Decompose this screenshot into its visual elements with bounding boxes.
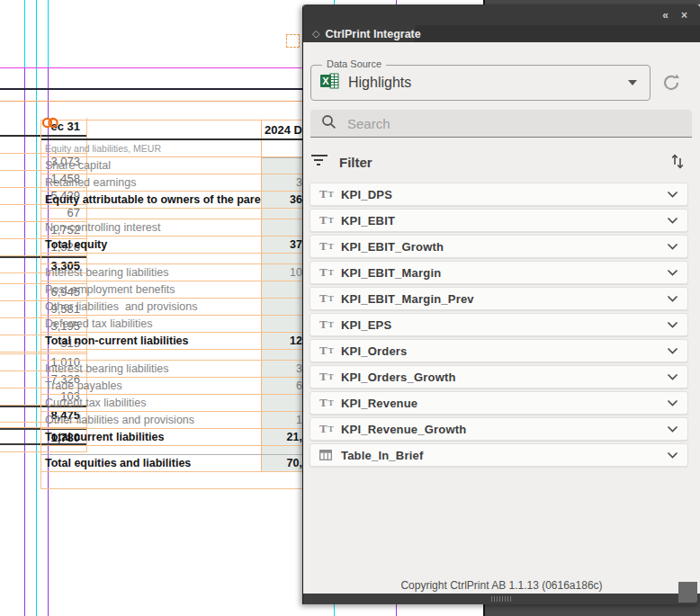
kpi-list-item[interactable]: TT KPI_EBIT_Growth: [310, 235, 688, 258]
kpi-item-label: KPI_EPS: [341, 318, 667, 332]
guide-vertical-cyan[interactable]: [24, 0, 25, 68]
chevron-down-icon[interactable]: [667, 269, 678, 276]
row-label: Post-employment benefits: [41, 281, 262, 298]
panel-titlebar[interactable]: « ×: [303, 4, 700, 25]
table-row: Interest bearing liabilities10: [41, 264, 311, 281]
guide-vertical-cyan[interactable]: [48, 0, 49, 68]
data-source-select[interactable]: Data Source X Highlights: [310, 65, 651, 101]
row-label: Deferred tax liabilities: [41, 316, 262, 332]
kpi-item-label: KPI_EBIT_Growth: [341, 240, 667, 254]
kpi-item-label: KPI_EBIT_Margin: [341, 266, 667, 280]
data-source-value: Highlights: [348, 75, 628, 91]
row-label: Retained earnings: [41, 174, 262, 191]
kpi-item-label: KPI_Revenue_Growth: [341, 423, 667, 436]
panel-footer-bar: [303, 594, 700, 604]
close-panel-icon[interactable]: ×: [681, 10, 687, 21]
pasteboard-bottom: [485, 604, 700, 616]
row-label: Non-controlling interest: [41, 219, 262, 236]
chevron-down-icon[interactable]: [667, 399, 678, 406]
kpi-item-label: KPI_Revenue: [341, 397, 667, 410]
caret-down-icon[interactable]: [628, 80, 637, 85]
kpi-list-item[interactable]: TT KPI_DPS: [310, 183, 688, 206]
chevron-down-icon[interactable]: [667, 425, 678, 433]
table-section-row: Equity and liabilities, MEUR: [41, 140, 311, 157]
text-variable-icon: TT: [319, 344, 341, 358]
kpi-list-item[interactable]: TT KPI_EPS: [310, 313, 688, 336]
row-label: Other liabilities and provisions: [41, 299, 262, 315]
table-row: Interest bearing liabilities3: [41, 361, 311, 378]
text-variable-icon: TT: [319, 187, 341, 201]
kpi-list-item[interactable]: TT KPI_Revenue: [310, 391, 688, 415]
table-icon: [319, 450, 341, 460]
table-row: Equity attributable to owners of the par…: [41, 192, 311, 209]
kpi-list-item[interactable]: TT KPI_Orders_Growth: [310, 365, 688, 388]
row-label: Other liabilities and provisions: [41, 412, 262, 428]
kpi-item-label: KPI_EBIT_Margin_Prev: [341, 292, 667, 306]
kpi-list-item[interactable]: TT KPI_EBIT_Margin: [310, 261, 688, 284]
kpi-item-label: KPI_EBIT: [341, 214, 667, 228]
table-row: Total non-current liabilities12: [41, 333, 311, 350]
balance-sheet-table[interactable]: 2024 De Equity and liabilities, MEUR Sha…: [40, 120, 311, 489]
chevron-down-icon[interactable]: [667, 373, 678, 380]
kpi-list-item[interactable]: TT KPI_EBIT_Margin_Prev: [310, 287, 688, 310]
table-row: Share capital: [41, 157, 311, 174]
table-row: Current tax liabilities: [41, 395, 311, 412]
sort-icon[interactable]: [670, 153, 685, 172]
panel-resize-handle[interactable]: [678, 582, 697, 603]
main-table-rows: Share capitalRetained earnings3Equity at…: [41, 157, 311, 472]
text-variable-icon: TT: [319, 291, 341, 306]
chevron-down-icon[interactable]: [667, 451, 678, 459]
row-label: Interest bearing liabilities: [41, 361, 262, 377]
panel-title: CtrlPrint Integrate: [325, 28, 420, 40]
chevron-down-icon[interactable]: [667, 217, 678, 224]
row-label: Share capital: [41, 157, 262, 174]
row-label: Interest bearing liabilities: [41, 264, 262, 281]
copyright-text: Copyright CtrlPrint AB 1.1.13 (0616a186c…: [303, 579, 700, 592]
anchor-marker: [286, 34, 300, 48]
text-variable-icon: TT: [319, 213, 341, 228]
table-spacer-row: [41, 350, 311, 361]
chevron-down-icon[interactable]: [667, 243, 678, 250]
kpi-list: TT KPI_DPS TT KPI_EBIT TT KPI_EBIT_Growt…: [310, 183, 688, 469]
table-row: Total equities and liabilities70,: [41, 455, 311, 472]
table-spacer-row: [41, 254, 311, 264]
kpi-item-label: KPI_Orders_Growth: [341, 370, 667, 384]
table-header-empty: [41, 121, 262, 138]
chain-link-icon[interactable]: [41, 116, 59, 132]
kpi-list-item[interactable]: TT KPI_Revenue_Growth: [310, 417, 688, 441]
chevron-down-icon[interactable]: [667, 347, 678, 354]
panel-diamond-icon: ◇: [312, 28, 319, 40]
table-row: Retained earnings3: [41, 174, 311, 192]
kpi-item-label: Table_In_Brief: [341, 449, 667, 462]
chevron-down-icon[interactable]: [667, 295, 678, 302]
kpi-list-item[interactable]: TT KPI_EBIT: [310, 209, 688, 232]
table-spacer-row: [41, 446, 311, 455]
filter-header: Filter: [310, 147, 692, 177]
section-label: Equity and liabilities, MEUR: [41, 140, 262, 156]
excel-file-icon: X: [320, 72, 339, 94]
table-row: Deferred tax liabilities: [41, 316, 311, 333]
table-bottom-edge: [41, 472, 311, 489]
collapse-panel-icon[interactable]: «: [662, 10, 669, 21]
search-bar[interactable]: [310, 110, 692, 138]
drag-grip[interactable]: [491, 596, 513, 602]
refresh-button[interactable]: [656, 68, 687, 99]
chevron-down-icon[interactable]: [667, 321, 678, 328]
filter-label: Filter: [339, 155, 670, 170]
text-variable-icon: TT: [319, 317, 341, 332]
kpi-item-label: KPI_DPS: [341, 188, 667, 201]
kpi-list-item[interactable]: Table_In_Brief: [310, 443, 688, 467]
tab-ctrlprint-integrate[interactable]: ◇ CtrlPrint Integrate: [303, 25, 415, 42]
ctrlprint-integrate-panel: « × ◇ CtrlPrint Integrate Data Source: [302, 4, 700, 604]
row-label: Trade payables: [41, 378, 262, 394]
table-header-row: 2024 De: [41, 121, 311, 140]
kpi-list-item[interactable]: TT KPI_Orders: [310, 339, 688, 362]
row-label: Current tax liabilities: [41, 395, 262, 411]
table-spacer-row: [41, 209, 311, 219]
search-input[interactable]: [346, 115, 692, 132]
chevron-down-icon[interactable]: [667, 191, 678, 198]
text-variable-icon: TT: [319, 422, 341, 436]
filter-icon: [310, 153, 328, 171]
row-label: Total current liabilities: [41, 429, 262, 445]
text-variable-icon: TT: [319, 396, 341, 410]
